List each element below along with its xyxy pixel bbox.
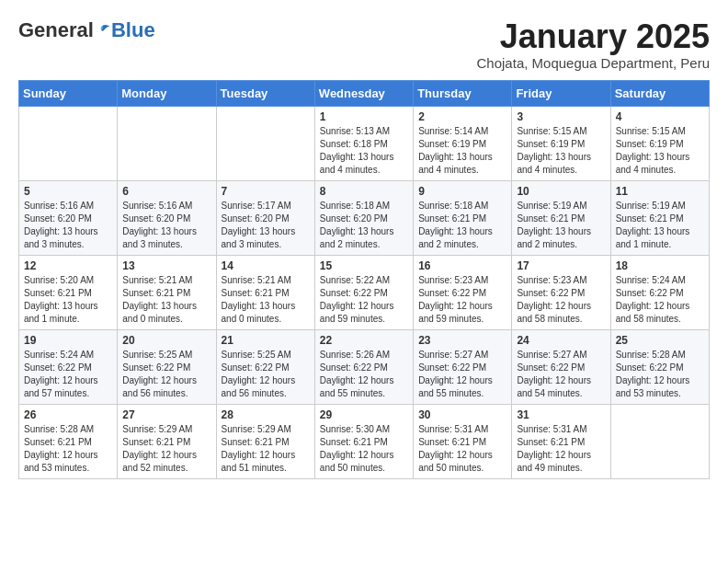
day-info: Sunrise: 5:18 AM Sunset: 6:21 PM Dayligh… bbox=[418, 200, 506, 251]
day-info: Sunrise: 5:27 AM Sunset: 6:22 PM Dayligh… bbox=[517, 349, 605, 400]
week-row-4: 19Sunrise: 5:24 AM Sunset: 6:22 PM Dayli… bbox=[19, 329, 710, 404]
day-info: Sunrise: 5:16 AM Sunset: 6:20 PM Dayligh… bbox=[24, 200, 112, 251]
calendar-cell: 27Sunrise: 5:29 AM Sunset: 6:21 PM Dayli… bbox=[118, 404, 216, 478]
logo-general-text: General bbox=[18, 18, 94, 42]
day-number: 24 bbox=[517, 334, 605, 347]
calendar-cell: 15Sunrise: 5:22 AM Sunset: 6:22 PM Dayli… bbox=[314, 255, 413, 329]
calendar-cell: 1Sunrise: 5:13 AM Sunset: 6:18 PM Daylig… bbox=[314, 106, 413, 180]
calendar-cell: 26Sunrise: 5:28 AM Sunset: 6:21 PM Dayli… bbox=[19, 404, 118, 478]
day-info: Sunrise: 5:15 AM Sunset: 6:19 PM Dayligh… bbox=[517, 125, 605, 177]
calendar-cell: 21Sunrise: 5:25 AM Sunset: 6:22 PM Dayli… bbox=[216, 329, 314, 404]
day-info: Sunrise: 5:28 AM Sunset: 6:22 PM Dayligh… bbox=[616, 349, 704, 400]
calendar-cell: 5Sunrise: 5:16 AM Sunset: 6:20 PM Daylig… bbox=[19, 180, 118, 255]
day-number: 1 bbox=[320, 110, 408, 123]
day-info: Sunrise: 5:20 AM Sunset: 6:21 PM Dayligh… bbox=[24, 274, 112, 326]
day-number: 9 bbox=[418, 185, 506, 198]
day-number: 10 bbox=[517, 185, 605, 198]
day-info: Sunrise: 5:15 AM Sunset: 6:19 PM Dayligh… bbox=[616, 125, 704, 177]
calendar-cell: 18Sunrise: 5:24 AM Sunset: 6:22 PM Dayli… bbox=[610, 255, 709, 329]
day-info: Sunrise: 5:25 AM Sunset: 6:22 PM Dayligh… bbox=[222, 349, 310, 400]
calendar-table: SundayMondayTuesdayWednesdayThursdayFrid… bbox=[18, 80, 710, 479]
day-number: 22 bbox=[320, 334, 408, 347]
day-info: Sunrise: 5:17 AM Sunset: 6:20 PM Dayligh… bbox=[222, 200, 310, 251]
day-number: 5 bbox=[24, 185, 112, 198]
day-number: 13 bbox=[122, 259, 210, 272]
day-info: Sunrise: 5:31 AM Sunset: 6:21 PM Dayligh… bbox=[517, 423, 605, 475]
day-info: Sunrise: 5:31 AM Sunset: 6:21 PM Dayligh… bbox=[418, 423, 506, 475]
day-info: Sunrise: 5:24 AM Sunset: 6:22 PM Dayligh… bbox=[616, 274, 704, 326]
day-info: Sunrise: 5:18 AM Sunset: 6:20 PM Dayligh… bbox=[320, 200, 408, 251]
day-number: 12 bbox=[24, 259, 112, 272]
calendar-cell: 23Sunrise: 5:27 AM Sunset: 6:22 PM Dayli… bbox=[414, 329, 512, 404]
day-info: Sunrise: 5:28 AM Sunset: 6:21 PM Dayligh… bbox=[24, 423, 112, 475]
day-info: Sunrise: 5:23 AM Sunset: 6:22 PM Dayligh… bbox=[418, 274, 506, 326]
day-number: 28 bbox=[222, 408, 310, 421]
title-block: January 2025 Chojata, Moquegua Departmen… bbox=[477, 18, 710, 71]
calendar-cell bbox=[19, 106, 118, 180]
calendar-cell: 3Sunrise: 5:15 AM Sunset: 6:19 PM Daylig… bbox=[512, 106, 610, 180]
weekday-header-sunday: Sunday bbox=[19, 80, 118, 106]
logo: General Blue bbox=[18, 18, 155, 42]
day-number: 19 bbox=[24, 334, 112, 347]
day-info: Sunrise: 5:19 AM Sunset: 6:21 PM Dayligh… bbox=[517, 200, 605, 251]
day-info: Sunrise: 5:29 AM Sunset: 6:21 PM Dayligh… bbox=[122, 423, 210, 475]
day-number: 30 bbox=[418, 408, 506, 421]
weekday-header-wednesday: Wednesday bbox=[314, 80, 413, 106]
day-info: Sunrise: 5:22 AM Sunset: 6:22 PM Dayligh… bbox=[320, 274, 408, 326]
calendar-cell bbox=[118, 106, 216, 180]
page-header: General Blue January 2025 Chojata, Moque… bbox=[18, 18, 710, 71]
day-info: Sunrise: 5:13 AM Sunset: 6:18 PM Dayligh… bbox=[320, 125, 408, 177]
calendar-cell: 22Sunrise: 5:26 AM Sunset: 6:22 PM Dayli… bbox=[314, 329, 413, 404]
weekday-header-friday: Friday bbox=[512, 80, 610, 106]
month-title: January 2025 bbox=[477, 18, 710, 55]
calendar-cell: 7Sunrise: 5:17 AM Sunset: 6:20 PM Daylig… bbox=[216, 180, 314, 255]
calendar-cell: 31Sunrise: 5:31 AM Sunset: 6:21 PM Dayli… bbox=[512, 404, 610, 478]
calendar-cell: 9Sunrise: 5:18 AM Sunset: 6:21 PM Daylig… bbox=[414, 180, 512, 255]
day-number: 15 bbox=[320, 259, 408, 272]
day-number: 3 bbox=[517, 110, 605, 123]
calendar-cell: 25Sunrise: 5:28 AM Sunset: 6:22 PM Dayli… bbox=[610, 329, 709, 404]
calendar-cell: 29Sunrise: 5:30 AM Sunset: 6:21 PM Dayli… bbox=[314, 404, 413, 478]
calendar-cell: 4Sunrise: 5:15 AM Sunset: 6:19 PM Daylig… bbox=[610, 106, 709, 180]
weekday-header-tuesday: Tuesday bbox=[216, 80, 314, 106]
day-number: 29 bbox=[320, 408, 408, 421]
day-number: 11 bbox=[616, 185, 704, 198]
week-row-5: 26Sunrise: 5:28 AM Sunset: 6:21 PM Dayli… bbox=[19, 404, 710, 478]
day-info: Sunrise: 5:26 AM Sunset: 6:22 PM Dayligh… bbox=[320, 349, 408, 400]
day-number: 20 bbox=[122, 334, 210, 347]
day-number: 6 bbox=[122, 185, 210, 198]
day-number: 31 bbox=[517, 408, 605, 421]
week-row-3: 12Sunrise: 5:20 AM Sunset: 6:21 PM Dayli… bbox=[19, 255, 710, 329]
day-info: Sunrise: 5:16 AM Sunset: 6:20 PM Dayligh… bbox=[122, 200, 210, 251]
calendar-cell: 30Sunrise: 5:31 AM Sunset: 6:21 PM Dayli… bbox=[414, 404, 512, 478]
day-info: Sunrise: 5:27 AM Sunset: 6:22 PM Dayligh… bbox=[418, 349, 506, 400]
calendar-cell: 6Sunrise: 5:16 AM Sunset: 6:20 PM Daylig… bbox=[118, 180, 216, 255]
calendar-cell: 14Sunrise: 5:21 AM Sunset: 6:21 PM Dayli… bbox=[216, 255, 314, 329]
calendar-cell: 28Sunrise: 5:29 AM Sunset: 6:21 PM Dayli… bbox=[216, 404, 314, 478]
week-row-1: 1Sunrise: 5:13 AM Sunset: 6:18 PM Daylig… bbox=[19, 106, 710, 180]
calendar-cell: 8Sunrise: 5:18 AM Sunset: 6:20 PM Daylig… bbox=[314, 180, 413, 255]
day-number: 16 bbox=[418, 259, 506, 272]
day-number: 7 bbox=[222, 185, 310, 198]
day-info: Sunrise: 5:24 AM Sunset: 6:22 PM Dayligh… bbox=[24, 349, 112, 400]
day-info: Sunrise: 5:14 AM Sunset: 6:19 PM Dayligh… bbox=[418, 125, 506, 177]
week-row-2: 5Sunrise: 5:16 AM Sunset: 6:20 PM Daylig… bbox=[19, 180, 710, 255]
day-number: 8 bbox=[320, 185, 408, 198]
logo-blue-text: Blue bbox=[111, 18, 155, 42]
day-info: Sunrise: 5:25 AM Sunset: 6:22 PM Dayligh… bbox=[122, 349, 210, 400]
day-info: Sunrise: 5:19 AM Sunset: 6:21 PM Dayligh… bbox=[616, 200, 704, 251]
calendar-cell: 13Sunrise: 5:21 AM Sunset: 6:21 PM Dayli… bbox=[118, 255, 216, 329]
day-number: 14 bbox=[222, 259, 310, 272]
day-number: 26 bbox=[24, 408, 112, 421]
day-info: Sunrise: 5:21 AM Sunset: 6:21 PM Dayligh… bbox=[122, 274, 210, 326]
day-number: 21 bbox=[222, 334, 310, 347]
day-number: 4 bbox=[616, 110, 704, 123]
calendar-cell: 2Sunrise: 5:14 AM Sunset: 6:19 PM Daylig… bbox=[414, 106, 512, 180]
weekday-header-monday: Monday bbox=[118, 80, 216, 106]
calendar-cell bbox=[610, 404, 709, 478]
day-info: Sunrise: 5:23 AM Sunset: 6:22 PM Dayligh… bbox=[517, 274, 605, 326]
calendar-cell: 24Sunrise: 5:27 AM Sunset: 6:22 PM Dayli… bbox=[512, 329, 610, 404]
day-number: 27 bbox=[122, 408, 210, 421]
day-info: Sunrise: 5:30 AM Sunset: 6:21 PM Dayligh… bbox=[320, 423, 408, 475]
day-number: 23 bbox=[418, 334, 506, 347]
